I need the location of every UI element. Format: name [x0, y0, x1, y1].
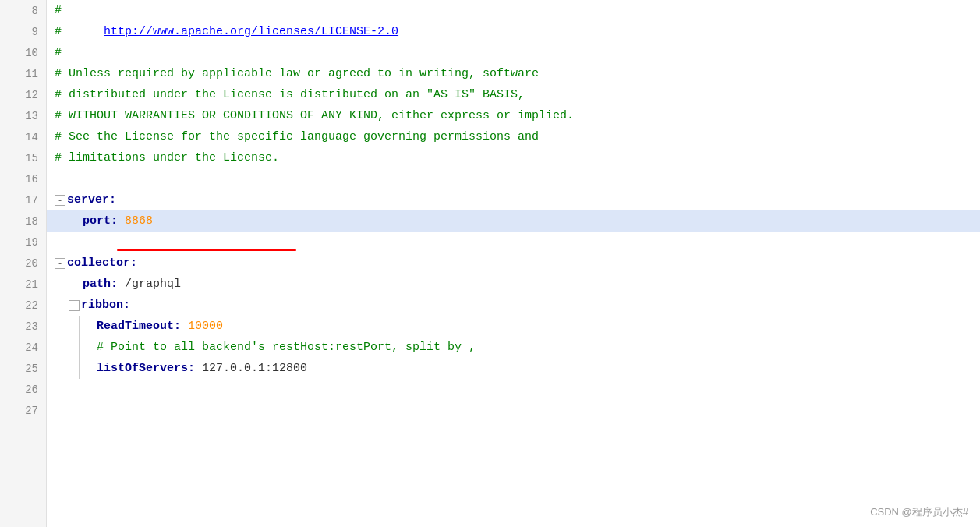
- key-collector: collector:: [67, 256, 137, 270]
- code-line-13: # WITHOUT WARRANTIES OR CONDITIONS OF AN…: [47, 105, 980, 126]
- red-underline: [117, 249, 296, 251]
- line-numbers: 8 9 10 11 12 13 14 15 16 17 18 19 20 21 …: [0, 0, 47, 527]
- comment-13: # WITHOUT WARRANTIES OR CONDITIONS OF AN…: [55, 109, 574, 122]
- fold-icon-17[interactable]: -: [55, 195, 65, 206]
- line-num-22: 22: [0, 295, 46, 316]
- line-num-26: 26: [0, 379, 46, 400]
- comment-10: #: [55, 46, 62, 59]
- line-num-19: 19: [0, 232, 46, 253]
- line-num-20: 20: [0, 253, 46, 274]
- value-readtimeout: 10000: [188, 320, 223, 333]
- value-listofservers: 127.0.0.1:12800: [202, 362, 307, 375]
- code-line-11: # Unless required by applicable law or a…: [47, 63, 980, 84]
- line-num-12: 12: [0, 84, 46, 105]
- line-num-15: 15: [0, 147, 46, 168]
- line-num-17: 17: [0, 189, 46, 210]
- code-line-8: #: [47, 0, 980, 21]
- line-num-8: 8: [0, 0, 46, 21]
- code-line-20: -collector:: [47, 253, 980, 274]
- code-line-23: ReadTimeout: 10000: [47, 316, 980, 337]
- comment-15: # limitations under the License.: [55, 151, 279, 164]
- code-line-27: [47, 400, 980, 421]
- comment-11: # Unless required by applicable law or a…: [55, 67, 539, 80]
- line-num-21: 21: [0, 274, 46, 295]
- code-line-24: # Point to all backend's restHost:restPo…: [47, 337, 980, 358]
- line-num-18: 18: [0, 210, 46, 232]
- comment-8: #: [55, 4, 62, 17]
- key-ribbon: ribbon:: [81, 299, 130, 312]
- code-line-12: # distributed under the License is distr…: [47, 84, 980, 105]
- key-port: port:: [83, 214, 125, 228]
- code-line-19: [47, 232, 980, 253]
- key-path: path:: [83, 278, 125, 291]
- value-path: /graphql: [125, 278, 181, 291]
- value-port: 8868: [125, 214, 153, 228]
- link-9[interactable]: http://www.apache.org/licenses/LICENSE-2…: [104, 25, 398, 38]
- fold-icon-22[interactable]: -: [69, 300, 80, 311]
- code-line-25: listOfServers: 127.0.0.1:12800: [47, 358, 980, 379]
- code-line-16: [47, 168, 980, 189]
- key-listofservers: listOfServers:: [97, 362, 202, 375]
- editor-container: 8 9 10 11 12 13 14 15 16 17 18 19 20 21 …: [0, 0, 980, 527]
- line-num-14: 14: [0, 126, 46, 147]
- comment-14: # See the License for the specific langu…: [55, 130, 539, 143]
- watermark: CSDN @程序员小杰#: [870, 505, 968, 519]
- fold-icon-20[interactable]: -: [55, 258, 65, 269]
- line-num-25: 25: [0, 358, 46, 379]
- code-line-22: -ribbon:: [47, 295, 980, 316]
- key-readtimeout: ReadTimeout:: [97, 320, 188, 333]
- code-line-26: [47, 379, 980, 400]
- line-num-27: 27: [0, 400, 46, 421]
- line-num-24: 24: [0, 337, 46, 358]
- code-line-21: path: /graphql: [47, 274, 980, 295]
- code-area: # # http://www.apache.org/licenses/LICEN…: [47, 0, 980, 527]
- code-line-18: port: 8868: [47, 210, 980, 232]
- code-line-10: #: [47, 42, 980, 63]
- comment-24: # Point to all backend's restHost:restPo…: [97, 341, 476, 354]
- line-num-23: 23: [0, 316, 46, 337]
- code-line-14: # See the License for the specific langu…: [47, 126, 980, 147]
- code-line-9: # http://www.apache.org/licenses/LICENSE…: [47, 21, 980, 42]
- line-num-16: 16: [0, 168, 46, 189]
- code-line-17: -server:: [47, 189, 980, 210]
- key-server: server:: [67, 193, 116, 207]
- line-num-9: 9: [0, 21, 46, 42]
- line-num-13: 13: [0, 105, 46, 126]
- comment-12: # distributed under the License is distr…: [55, 88, 525, 101]
- line-num-10: 10: [0, 42, 46, 63]
- code-line-15: # limitations under the License.: [47, 147, 980, 168]
- line-num-11: 11: [0, 63, 46, 84]
- comment-prefix-9: #: [55, 25, 104, 38]
